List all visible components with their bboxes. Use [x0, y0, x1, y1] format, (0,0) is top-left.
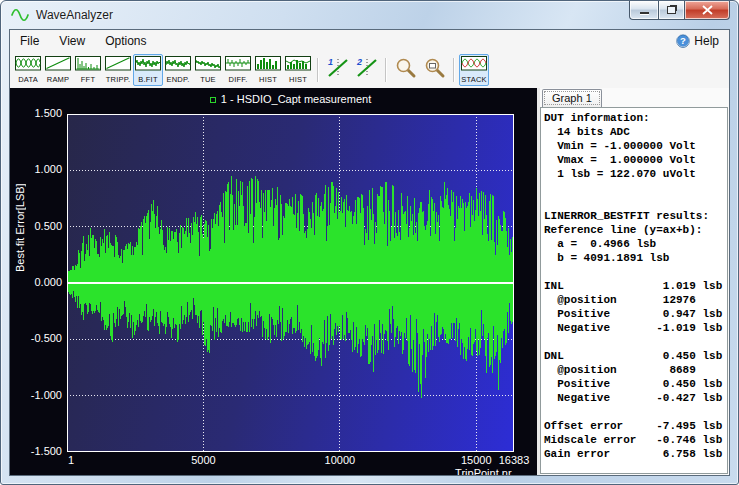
toolbar: DATARAMPFFTTRIPP.B.FITENDP.TUEDIFF.HISTH…: [10, 52, 729, 88]
results-page: DUT information: 14 bits ADC Vmin = -1.0…: [540, 107, 728, 474]
ramp-icon: [45, 56, 71, 75]
y-tick-label: 0.500: [10, 220, 62, 232]
y-tick-label: 1.500: [10, 107, 62, 119]
toolbar-button-label: DATA: [18, 76, 38, 84]
menu-item-file[interactable]: File: [10, 31, 49, 51]
toolbar-button-fft[interactable]: FFT: [73, 54, 103, 86]
help-label: Help: [694, 34, 719, 48]
waveform-plot: [67, 114, 514, 452]
zoom-out-icon: [423, 56, 447, 84]
toolbar-separator: [317, 58, 319, 82]
restore-button[interactable]: [658, 1, 685, 20]
toolbar-button-diff[interactable]: DIFF.: [223, 54, 253, 86]
restore-icon: [667, 6, 676, 14]
toolbar-button-label: B.FIT: [138, 76, 157, 84]
svg-text:?: ?: [680, 35, 686, 46]
noise-wave2-icon: [165, 56, 191, 75]
window-controls: [629, 1, 730, 20]
toolbar-button-label: STACK: [461, 76, 486, 84]
y-tick-label: -1.000: [10, 389, 62, 401]
x-tick-label: 10000: [325, 454, 356, 466]
menu-item-view[interactable]: View: [49, 31, 95, 51]
y-tick-label: -0.500: [10, 332, 62, 344]
cursor-2-icon: 2: [355, 56, 379, 84]
toolbar-button-label: ENDP.: [167, 76, 190, 84]
toolbar-button-label: DIFF.: [229, 76, 248, 84]
toolbar-button-ramp[interactable]: RAMP: [43, 54, 73, 86]
menu-item-options[interactable]: Options: [95, 31, 156, 51]
x-tick-label: 16383: [499, 454, 530, 466]
zoom-in-button[interactable]: [391, 55, 420, 85]
y-tick-label: -1.500: [10, 445, 62, 457]
toolbar-button-hist[interactable]: HIST: [283, 54, 313, 86]
stack-icon: [461, 56, 487, 75]
x-tick-label: 5000: [191, 454, 215, 466]
x-tick-label: 1: [68, 454, 74, 466]
close-button[interactable]: [685, 1, 730, 20]
toolbar-button-label: HIST: [289, 76, 307, 84]
tab-graph-1[interactable]: Graph 1: [542, 89, 602, 107]
toolbar-button-data[interactable]: DATA: [13, 54, 43, 86]
minimize-icon: [640, 12, 649, 15]
toolbar-button-label: FFT: [81, 76, 95, 84]
diff-bars-icon: [225, 56, 251, 75]
plot-region[interactable]: [67, 114, 514, 452]
toolbar-button-endp[interactable]: ENDP.: [163, 54, 193, 86]
wave-analyzer-window: WaveAnalyzer FileViewOptions ? Help: [0, 0, 739, 485]
zoom-in-icon: [394, 56, 418, 84]
toolbar-button-label: TUE: [200, 76, 216, 84]
legend-marker-icon: [210, 97, 216, 103]
x-axis-label: TripPoint nr.: [67, 467, 514, 475]
histogram-line-icon: [285, 56, 311, 75]
cursor-1-icon: 1: [326, 56, 350, 84]
sine-wave-icon: [15, 56, 41, 75]
toolbar-separator: [385, 58, 387, 82]
histogram-icon: [255, 56, 281, 75]
results-panel: Graph 1 DUT information: 14 bits ADC Vmi…: [540, 88, 729, 475]
toolbar-button-hist[interactable]: HIST: [253, 54, 283, 86]
help-question-icon: ?: [676, 34, 690, 48]
y-tick-label: 0.000: [10, 276, 62, 288]
chart-legend: 1 - HSDIO_Capt measurement: [67, 93, 514, 105]
titlebar[interactable]: WaveAnalyzer: [1, 1, 738, 29]
noise-wave3-icon: [195, 56, 221, 75]
minimize-button[interactable]: [629, 1, 658, 20]
app-wave-icon: [11, 7, 31, 23]
toolbar-separator: [453, 58, 455, 82]
zoom-out-button[interactable]: [420, 55, 449, 85]
stack-button[interactable]: STACK: [459, 54, 489, 86]
y-tick-label: 1.000: [10, 163, 62, 175]
help-button[interactable]: ? Help: [672, 30, 723, 52]
toolbar-button-label: HIST: [259, 76, 277, 84]
x-tick-label: 15000: [461, 454, 492, 466]
window-content: FileViewOptions ? Help DATARAMPFFTTRIPP.…: [9, 29, 730, 476]
toolbar-button-label: TRIPP.: [106, 76, 130, 84]
ramp-icon: [105, 56, 131, 75]
close-icon: [702, 5, 713, 15]
noise-wave-icon: [135, 56, 161, 75]
svg-text:1: 1: [328, 57, 333, 67]
svg-text:2: 2: [356, 57, 362, 67]
toolbar-button-bfit[interactable]: B.FIT: [133, 54, 163, 86]
toolbar-button-tripp[interactable]: TRIPP.: [103, 54, 133, 86]
signal-trace: [68, 176, 514, 398]
toolbar-button-tue[interactable]: TUE: [193, 54, 223, 86]
menubar: FileViewOptions ? Help: [10, 30, 729, 52]
results-text: DUT information: 14 bits ADC Vmin = -1.0…: [541, 108, 727, 461]
window-title: WaveAnalyzer: [36, 8, 113, 22]
legend-label: 1 - HSDIO_Capt measurement: [221, 93, 371, 105]
client-area: 1 - HSDIO_Capt measurement Best-fit Erro…: [10, 88, 729, 475]
chart-area: 1 - HSDIO_Capt measurement Best-fit Erro…: [10, 88, 537, 475]
cursor-2-button[interactable]: 2: [352, 55, 381, 85]
toolbar-button-label: RAMP: [47, 76, 69, 84]
cursor-1-button[interactable]: 1: [323, 55, 352, 85]
spectrum-icon: [75, 56, 101, 75]
